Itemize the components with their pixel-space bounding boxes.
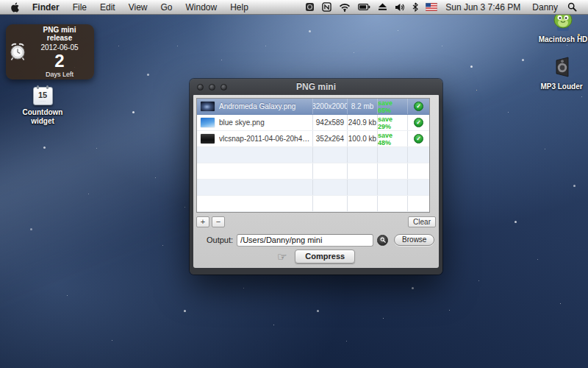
done-check-icon: ✓ <box>414 102 423 111</box>
alarm-clock-icon <box>6 43 29 62</box>
output-path-field[interactable] <box>237 234 373 247</box>
widget-caption: Days Left <box>29 71 90 78</box>
menu-user[interactable]: Danny <box>526 2 564 13</box>
menu-edit[interactable]: Edit <box>93 0 122 15</box>
table-row[interactable]: Andromeda Galaxy.png 3200x2000 8.2 mb sa… <box>197 99 429 115</box>
file-savings: save 29% <box>378 115 408 130</box>
menu-help[interactable]: Help <box>223 0 255 15</box>
file-name: Andromeda Galaxy.png <box>219 102 295 110</box>
file-thumbnail <box>201 102 215 111</box>
pointing-hand-icon: ☞ <box>277 251 287 262</box>
menu-go[interactable]: Go <box>154 0 179 15</box>
countdown-widget[interactable]: PNG mini release 2012-06-05 2 Days Left <box>6 24 94 79</box>
file-savings: save 65% <box>378 99 408 114</box>
file-table: Andromeda Galaxy.png 3200x2000 8.2 mb sa… <box>196 98 430 213</box>
spotlight-icon[interactable] <box>564 2 581 12</box>
file-dimensions: 942x589 <box>313 115 348 130</box>
zoom-button[interactable] <box>220 84 227 91</box>
speaker-icon <box>536 54 587 79</box>
desktop-icon-mp3-louder[interactable]: MP3 Louder <box>536 54 587 91</box>
file-thumbnail <box>201 134 215 144</box>
menu-window[interactable]: Window <box>179 0 224 15</box>
file-dimensions: 3200x2000 <box>313 99 348 114</box>
battery-icon[interactable] <box>354 3 374 11</box>
widget-title: PNG mini release <box>29 26 90 42</box>
calendar-icon: 15 ····· <box>33 87 53 105</box>
table-row[interactable]: blue skye.png 942x589 240.9 kb save 29% … <box>197 115 429 131</box>
file-name: vlcsnap-2011-04-06-20h40m36s165.png <box>219 135 312 143</box>
file-size: 8.2 mb <box>348 99 378 114</box>
widget-days-remaining: 2 <box>29 52 90 70</box>
bluetooth-icon[interactable] <box>409 2 422 12</box>
add-file-button[interactable]: + <box>196 216 209 227</box>
desktop-icon-label: Macintosh HD <box>537 35 588 44</box>
table-empty-row <box>197 196 429 212</box>
file-size: 240.9 kb <box>348 115 378 130</box>
desktop-icon-label: MP3 Louder <box>536 82 587 91</box>
menu-finder[interactable]: Finder <box>26 0 66 15</box>
table-empty-row <box>197 147 429 163</box>
menu-extra-app-icon[interactable] <box>301 2 318 12</box>
file-dimensions: 352x264 <box>313 131 348 146</box>
window-content: Andromeda Galaxy.png 3200x2000 8.2 mb sa… <box>193 95 439 268</box>
wifi-icon[interactable] <box>335 3 354 12</box>
menu-bar: Finder File Edit View Go Window Help <box>0 0 588 15</box>
clear-button[interactable]: Clear <box>408 216 436 227</box>
us-flag-input-icon[interactable] <box>422 3 441 11</box>
file-thumbnail <box>201 118 215 127</box>
reveal-in-finder-button[interactable] <box>377 235 388 246</box>
menu-file[interactable]: File <box>66 0 93 15</box>
file-name: blue skye.png <box>219 118 265 127</box>
input-source-menu-icon[interactable] <box>318 2 335 12</box>
desktop: Finder File Edit View Go Window Help <box>0 0 588 368</box>
desktop-icon-countdown-widget[interactable]: 15 ····· Countdown widget <box>19 87 66 126</box>
browse-button[interactable]: Browse <box>394 234 434 246</box>
desktop-icon-label: Countdown widget <box>19 108 66 126</box>
close-button[interactable] <box>197 84 204 91</box>
done-check-icon: ✓ <box>414 118 423 127</box>
compress-button[interactable]: Compress <box>295 250 355 263</box>
png-mini-window: PNG mini Andromeda Galaxy.png 3200x2000 … <box>190 79 442 275</box>
table-empty-row <box>197 180 429 196</box>
eject-icon[interactable] <box>374 3 391 11</box>
file-size: 100.0 kb <box>348 131 378 146</box>
window-titlebar[interactable]: PNG mini <box>190 79 442 95</box>
window-title: PNG mini <box>190 82 442 92</box>
apple-menu-icon[interactable] <box>9 2 26 13</box>
file-savings: save 48% <box>378 131 408 146</box>
output-label: Output: <box>207 236 233 244</box>
minimize-button[interactable] <box>209 84 215 91</box>
table-row[interactable]: vlcsnap-2011-04-06-20h40m36s165.png 352x… <box>197 131 429 147</box>
menu-view[interactable]: View <box>122 0 154 15</box>
menu-clock[interactable]: Sun Jun 3 7:46 PM <box>441 2 526 13</box>
table-empty-row <box>197 163 429 180</box>
done-check-icon: ✓ <box>414 134 423 144</box>
remove-file-button[interactable]: − <box>212 216 225 227</box>
volume-icon[interactable] <box>391 3 409 12</box>
